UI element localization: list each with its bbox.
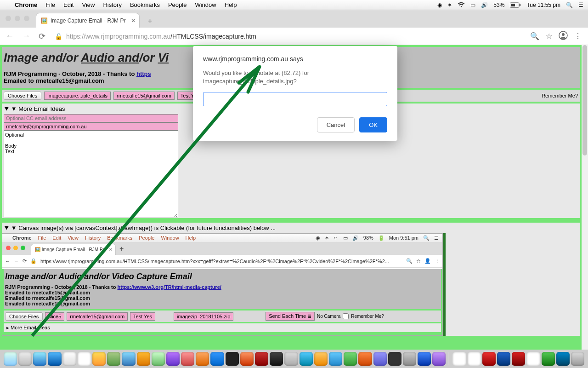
dock-app[interactable]	[284, 352, 298, 366]
menu-file[interactable]: File	[45, 1, 55, 8]
forward-button: →	[20, 29, 32, 43]
menu-view[interactable]: View	[82, 1, 95, 8]
dock-app[interactable]	[196, 352, 209, 366]
nested-remember-checkbox	[343, 313, 349, 319]
close-tab-icon[interactable]: ✕	[131, 17, 136, 24]
dock-app[interactable]	[358, 352, 372, 366]
nested-scrollbar	[443, 233, 446, 336]
dock-app[interactable]	[33, 352, 46, 366]
dock-app[interactable]	[210, 352, 224, 366]
browser-tab[interactable]: 🖼️ Image Capture Email - RJM Pr ✕	[36, 13, 140, 28]
dock-app[interactable]	[137, 352, 150, 366]
dock-app[interactable]	[63, 352, 76, 366]
choose-files-button[interactable]: Choose Files	[4, 92, 41, 100]
dock-app[interactable]	[432, 352, 446, 366]
nested-url: https://www.rjmprogramming.com.au/HTMLCS…	[40, 259, 402, 264]
dock-app[interactable]	[122, 352, 135, 366]
dock-app[interactable]	[373, 352, 387, 366]
canvas-image[interactable]: Chrome File Edit View History Bookmarks …	[2, 233, 443, 336]
dock-app[interactable]	[542, 352, 555, 366]
dock-app[interactable]	[452, 352, 466, 366]
dock-app[interactable]	[468, 352, 481, 366]
dock-app[interactable]	[314, 352, 328, 366]
back-button[interactable]: ←	[4, 29, 16, 43]
menu-window[interactable]: Window	[195, 1, 216, 8]
dock-trash[interactable]	[571, 352, 584, 366]
dock-app[interactable]	[255, 352, 268, 366]
cancel-button[interactable]: Cancel	[317, 117, 355, 132]
display-icon[interactable]: ▭	[470, 2, 475, 8]
dock-app[interactable]	[107, 352, 120, 366]
dock-app[interactable]	[78, 352, 91, 366]
dock-app[interactable]	[329, 352, 342, 366]
dock-app[interactable]	[300, 352, 313, 366]
favicon: 🖼️	[41, 17, 48, 24]
dock-app[interactable]	[556, 352, 570, 366]
dock-app[interactable]	[92, 352, 106, 366]
viewport-scrollbar[interactable]	[582, 45, 588, 350]
menu-edit[interactable]: Edit	[63, 1, 74, 8]
credit-link[interactable]: https	[136, 70, 151, 77]
dock-app[interactable]	[403, 352, 416, 366]
dock-app[interactable]	[152, 352, 165, 366]
address-bar[interactable]: 🔒 https://www.rjmprogramming.com.au/HTML…	[52, 33, 526, 40]
dock-app[interactable]	[482, 352, 496, 366]
menu-people[interactable]: People	[168, 1, 187, 8]
svg-rect-2	[511, 4, 515, 6]
url-host: https://www.rjmprogramming.com.au	[66, 33, 170, 40]
battery-icon	[510, 2, 521, 8]
browser-toolbar: ← → ⟳ 🔒 https://www.rjmprogramming.com.a…	[0, 28, 588, 45]
dock-app[interactable]	[270, 352, 283, 366]
menu-help[interactable]: Help	[225, 1, 237, 8]
nested-link: https://www.w3.org/TR/html-media-capture…	[118, 284, 221, 290]
remember-label: Remember Me?	[542, 93, 578, 98]
status-icon: ◉	[437, 2, 442, 8]
canvas-details[interactable]: ▼ Canvas image(s) via [canvasContext].dr…	[2, 223, 580, 336]
nested-title: Image and/or Audio and/or Video Capture …	[5, 272, 440, 282]
dialog-host: www.rjmprogramming.com.au says	[203, 55, 387, 63]
status-icon: ✶	[447, 2, 452, 8]
volume-icon[interactable]: 🔊	[481, 2, 488, 8]
menubar-app[interactable]: Chrome	[15, 1, 37, 8]
body-textarea[interactable]: Optional Body Text	[4, 131, 178, 218]
window-controls[interactable]	[6, 16, 29, 21]
canvas-summary[interactable]: ▼ Canvas image(s) via [canvasContext].dr…	[2, 223, 580, 233]
dock-app[interactable]	[166, 352, 180, 366]
dock-app[interactable]	[344, 352, 357, 366]
svg-point-4	[562, 33, 565, 36]
dock-app[interactable]	[497, 352, 510, 366]
dock-app[interactable]	[48, 352, 61, 366]
reload-button[interactable]: ⟳	[37, 29, 47, 43]
dock-app[interactable]	[526, 352, 540, 366]
dock-app[interactable]	[4, 352, 17, 366]
zoom-icon[interactable]: 🔍	[530, 32, 539, 40]
menu-bookmarks[interactable]: Bookmarks	[130, 1, 160, 8]
dock-app[interactable]	[418, 352, 431, 366]
new-tab-button[interactable]: +	[143, 15, 156, 28]
email-chip[interactable]: rmetcalfe15@gmail.com	[113, 92, 175, 100]
kebab-menu-icon[interactable]: ⋮	[574, 32, 582, 40]
bcc-input[interactable]	[4, 122, 178, 131]
nested-battery: 98%	[363, 235, 373, 241]
dock-app[interactable]	[512, 352, 525, 366]
nested-clock: Mon 9:51 pm	[389, 235, 418, 241]
cc-input[interactable]	[4, 114, 178, 122]
dock-app[interactable]	[388, 352, 401, 366]
dock-app[interactable]	[240, 352, 254, 366]
tab-title: Image Capture Email - RJM Pr	[51, 17, 125, 24]
bookmark-star-icon[interactable]: ☆	[546, 32, 552, 40]
spotlight-icon[interactable]: 🔍	[566, 2, 573, 8]
list-icon[interactable]: ☰	[578, 2, 583, 8]
dialog-input[interactable]	[203, 92, 387, 106]
wifi-icon[interactable]	[458, 2, 465, 8]
url-path: /HTMLCSS/imagecapture.htm	[170, 33, 256, 40]
mac-dock[interactable]	[0, 350, 588, 368]
menu-history[interactable]: History	[103, 1, 121, 8]
profile-icon[interactable]	[559, 31, 568, 42]
dock-app[interactable]	[181, 352, 194, 366]
dock-app[interactable]	[226, 352, 239, 366]
mac-menubar: Chrome File Edit View History Bookmarks …	[0, 0, 588, 10]
clock[interactable]: Tue 11:55 pm	[526, 2, 560, 8]
dock-app[interactable]	[18, 352, 32, 366]
ok-button[interactable]: OK	[359, 117, 387, 132]
